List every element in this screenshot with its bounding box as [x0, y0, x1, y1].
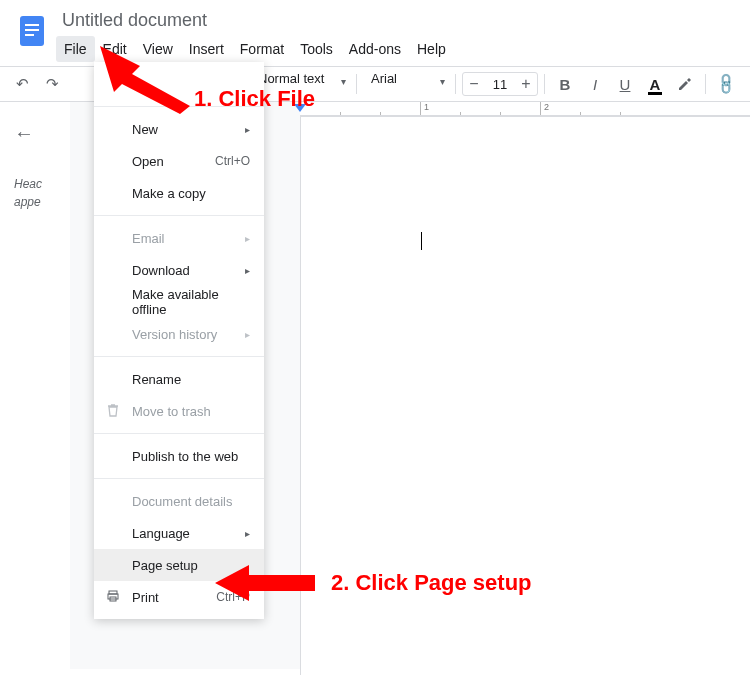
menu-make-copy[interactable]: Make a copy [94, 177, 264, 209]
arrow-icon [215, 565, 315, 601]
highlight-button[interactable] [671, 70, 699, 98]
font-select[interactable]: Arial [363, 71, 449, 97]
text-color-button[interactable]: A [641, 70, 669, 98]
insert-link-button[interactable]: 🔗 [712, 70, 740, 98]
redo-button[interactable]: ↷ [38, 70, 66, 98]
toolbar-separator [544, 74, 545, 94]
font-size-decrease[interactable]: − [463, 73, 485, 95]
menu-document-details: Document details [94, 485, 264, 517]
file-menu-dropdown: Sl New▸ OpenCtrl+O Make a copy Email▸ Do… [94, 62, 264, 619]
menu-separator [94, 215, 264, 216]
print-icon [106, 589, 120, 606]
arrow-icon [100, 46, 200, 116]
font-size-increase[interactable]: + [515, 73, 537, 95]
menu-email: Email▸ [94, 222, 264, 254]
menu-rename[interactable]: Rename [94, 363, 264, 395]
menu-version-history: Version history▸ [94, 318, 264, 350]
doc-title[interactable]: Untitled document [56, 8, 454, 33]
undo-button[interactable]: ↶ [8, 70, 36, 98]
toolbar-separator [705, 74, 706, 94]
docs-icon[interactable] [14, 12, 50, 48]
italic-button[interactable]: I [581, 70, 609, 98]
underline-button[interactable]: U [611, 70, 639, 98]
toolbar-separator [455, 74, 456, 94]
toolbar-separator [356, 74, 357, 94]
menu-open[interactable]: OpenCtrl+O [94, 145, 264, 177]
font-size-group: − + [462, 72, 538, 96]
menu-download[interactable]: Download▸ [94, 254, 264, 286]
annotation-text: 1. Click File [194, 86, 315, 112]
menu-publish[interactable]: Publish to the web [94, 440, 264, 472]
horizontal-ruler: 1 2 [300, 102, 750, 116]
svg-marker-9 [215, 565, 315, 601]
menu-language[interactable]: Language▸ [94, 517, 264, 549]
font-size-input[interactable] [485, 73, 515, 95]
menu-file[interactable]: File [56, 36, 95, 62]
svg-marker-8 [100, 46, 190, 114]
annotation-2: 2. Click Page setup [215, 565, 532, 601]
outline-panel: ← Heac appe [0, 102, 70, 669]
menu-addons[interactable]: Add-ons [341, 36, 409, 62]
menu-separator [94, 433, 264, 434]
menu-help[interactable]: Help [409, 36, 454, 62]
outline-placeholder: Heac appe [14, 175, 62, 211]
bold-button[interactable]: B [551, 70, 579, 98]
menu-separator [94, 356, 264, 357]
text-cursor [421, 232, 422, 250]
svg-rect-3 [25, 34, 34, 36]
menu-new[interactable]: New▸ [94, 113, 264, 145]
annotation-text: 2. Click Page setup [331, 570, 532, 596]
menu-move-to-trash: Move to trash [94, 395, 264, 427]
menu-separator [94, 478, 264, 479]
svg-rect-1 [25, 24, 39, 26]
svg-rect-2 [25, 29, 39, 31]
outline-back-button[interactable]: ← [14, 122, 62, 145]
annotation-1: 1. Click File [100, 46, 315, 116]
trash-icon [106, 403, 120, 420]
menu-offline[interactable]: Make available offline [94, 286, 264, 318]
